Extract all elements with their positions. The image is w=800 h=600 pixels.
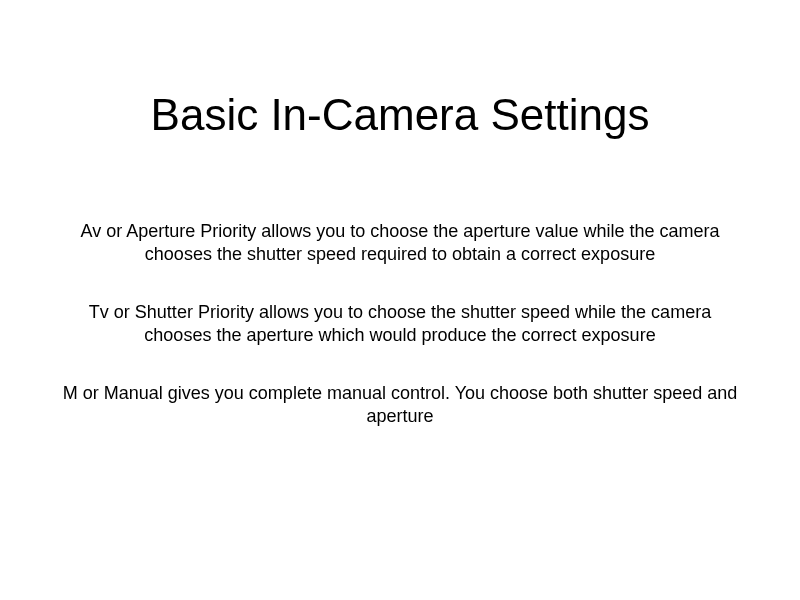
slide: Basic In-Camera Settings Av or Aperture …	[0, 0, 800, 600]
slide-title: Basic In-Camera Settings	[0, 90, 800, 140]
paragraph-m: M or Manual gives you complete manual co…	[60, 382, 740, 427]
paragraph-av: Av or Aperture Priority allows you to ch…	[60, 220, 740, 265]
slide-body: Av or Aperture Priority allows you to ch…	[60, 220, 740, 463]
paragraph-tv: Tv or Shutter Priority allows you to cho…	[60, 301, 740, 346]
